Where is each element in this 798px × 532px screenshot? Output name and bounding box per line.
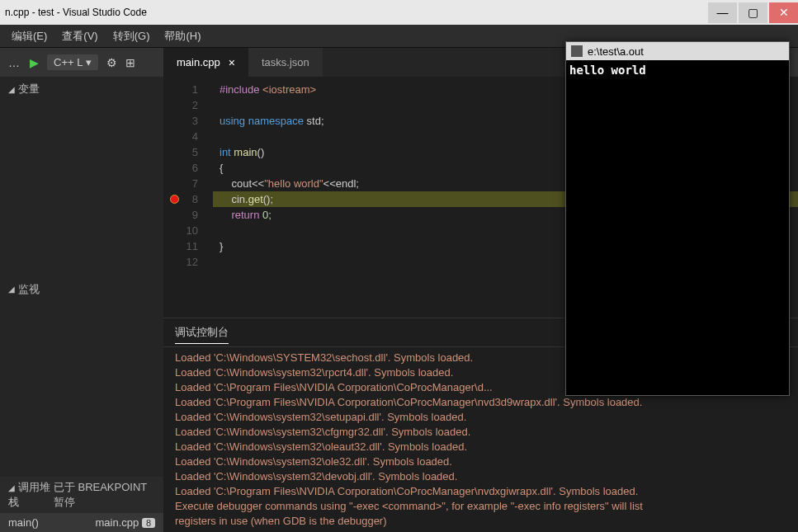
chevron-down-icon: ▾ xyxy=(86,56,92,68)
watch-body xyxy=(0,302,163,478)
line-number[interactable]: 5 xyxy=(163,144,213,160)
breakpoint-icon[interactable] xyxy=(170,195,179,204)
terminal-title: e:\test\a.out xyxy=(588,45,644,58)
callstack-row[interactable]: main() main.cpp 8 xyxy=(0,513,163,532)
console-line: Execute debugger commands using "-exec <… xyxy=(175,499,786,514)
variables-label: 变量 xyxy=(18,82,40,97)
console-line: Loaded 'C:\Windows\system32\ole32.dll'. … xyxy=(175,454,786,469)
window-title: n.cpp - test - Visual Studio Code xyxy=(5,7,147,18)
more-icon[interactable]: … xyxy=(8,56,21,69)
callstack-status: 已于 BREAKPOINT 暂停 xyxy=(54,480,155,510)
callstack-section-head[interactable]: ◢ 调用堆栈 已于 BREAKPOINT 暂停 xyxy=(0,477,163,513)
line-number[interactable]: 9 xyxy=(163,207,213,223)
terminal-output: hello world xyxy=(566,60,789,80)
tab-tasks-json[interactable]: tasks.json xyxy=(248,48,323,77)
debug-toolbar: … ▶ C++ L ▾ ⚙ ⊞ xyxy=(0,48,163,77)
callstack-fn: main() xyxy=(8,516,39,529)
console-line: Loaded 'C:\Windows\system32\setupapi.dll… xyxy=(175,410,786,425)
close-button[interactable]: ✕ xyxy=(769,2,798,23)
terminal-titlebar[interactable]: e:\test\a.out xyxy=(566,42,789,60)
console-line: Loaded 'C:\Program Files\NVIDIA Corporat… xyxy=(175,484,786,499)
console-line: registers in use (when GDB is the debugg… xyxy=(175,514,786,529)
tab-main-cpp[interactable]: main.cpp × xyxy=(163,48,248,77)
console-line: Loaded 'C:\Program Files\NVIDIA Corporat… xyxy=(175,395,786,410)
debug-config-label: C++ L xyxy=(54,56,83,68)
debug-console-tab[interactable]: 调试控制台 xyxy=(175,326,229,344)
variables-body xyxy=(0,101,163,277)
panels-icon[interactable]: ⊞ xyxy=(125,56,135,69)
line-gutter: 123456789101112 xyxy=(163,77,213,318)
caret-down-icon: ◢ xyxy=(8,483,15,492)
start-debug-icon[interactable]: ▶ xyxy=(30,56,39,69)
menu-view[interactable]: 查看(V) xyxy=(57,27,102,45)
line-number[interactable]: 4 xyxy=(163,129,213,144)
callstack-line: 8 xyxy=(142,518,155,528)
line-number[interactable]: 2 xyxy=(163,97,213,113)
watch-section-head[interactable]: ◢ 监视 xyxy=(0,277,163,302)
menu-goto[interactable]: 转到(G) xyxy=(108,27,155,45)
line-number[interactable]: 10 xyxy=(163,223,213,238)
maximize-button[interactable]: ▢ xyxy=(739,2,767,23)
line-number[interactable]: 7 xyxy=(163,176,213,191)
terminal-window[interactable]: e:\test\a.out hello world xyxy=(565,41,790,396)
line-number[interactable]: 3 xyxy=(163,113,213,129)
line-number[interactable]: 12 xyxy=(163,254,213,270)
caret-down-icon: ◢ xyxy=(8,285,15,294)
console-line: Loaded 'C:\Windows\system32\oleaut32.dll… xyxy=(175,440,786,454)
window-controls: — ▢ ✕ xyxy=(706,2,798,23)
line-number[interactable]: 8 xyxy=(163,191,213,207)
line-number[interactable]: 6 xyxy=(163,160,213,176)
title-bar: n.cpp - test - Visual Studio Code — ▢ ✕ xyxy=(0,0,798,25)
tab-label: main.cpp xyxy=(177,56,220,68)
debug-config-select[interactable]: C++ L ▾ xyxy=(47,54,98,70)
callstack-label: 调用堆栈 xyxy=(8,481,50,508)
callstack-file: main.cpp xyxy=(96,516,139,529)
menu-help[interactable]: 帮助(H) xyxy=(159,27,205,45)
debug-sidebar: … ▶ C++ L ▾ ⚙ ⊞ ◢ 变量 ◢ 监视 ◢ 调用堆栈 已于 BREA… xyxy=(0,48,163,532)
variables-section-head[interactable]: ◢ 变量 xyxy=(0,77,163,101)
menu-edit[interactable]: 编辑(E) xyxy=(7,27,52,45)
console-line: Loaded 'C:\Windows\system32\devobj.dll'.… xyxy=(175,469,786,484)
gear-icon[interactable]: ⚙ xyxy=(106,56,117,69)
caret-down-icon: ◢ xyxy=(8,85,15,94)
close-icon[interactable]: × xyxy=(229,56,235,69)
tab-label: tasks.json xyxy=(262,56,309,68)
line-number[interactable]: 11 xyxy=(163,238,213,254)
watch-label: 监视 xyxy=(18,282,40,297)
terminal-icon xyxy=(571,45,583,57)
console-line: Loaded 'C:\Windows\system32\cfgmgr32.dll… xyxy=(175,425,786,440)
minimize-button[interactable]: — xyxy=(708,2,737,23)
line-number[interactable]: 1 xyxy=(163,82,213,97)
